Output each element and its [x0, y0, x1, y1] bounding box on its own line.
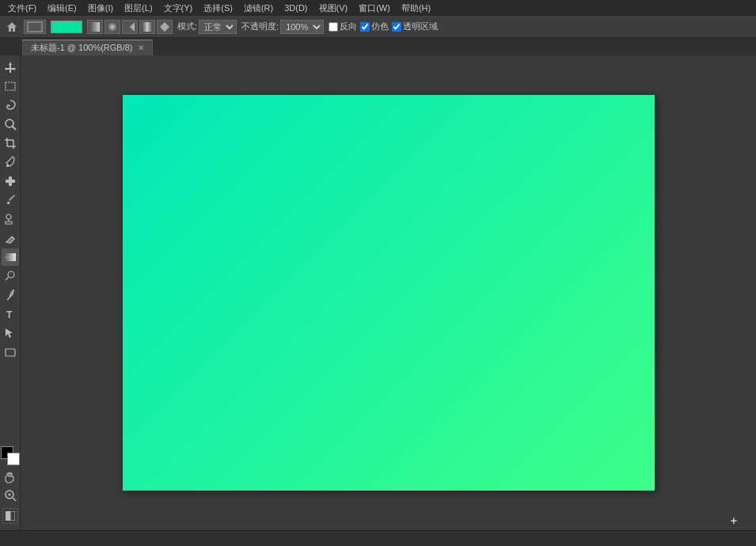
dither-checkbox[interactable] [360, 22, 370, 32]
brush-tool[interactable] [2, 191, 19, 209]
blend-mode-select[interactable]: 正常 [199, 20, 237, 34]
svg-marker-4 [130, 22, 135, 32]
transparency-checkbox[interactable] [392, 22, 401, 32]
svg-line-13 [12, 120, 13, 121]
document-canvas[interactable] [123, 95, 655, 491]
gradient-color-box[interactable] [51, 21, 82, 33]
fg-bg-swatches [1, 446, 20, 465]
svg-rect-5 [142, 22, 152, 32]
left-toolbar: T [0, 55, 21, 530]
menu-bar: 文件(F) 编辑(E) 图像(I) 图层(L) 文字(Y) 选择(S) 滤镜(R… [0, 0, 756, 16]
radial-gradient-btn[interactable] [104, 20, 120, 34]
svg-rect-31 [6, 349, 15, 356]
hand-tool-icon[interactable] [3, 471, 17, 485]
svg-rect-8 [6, 82, 15, 90]
svg-line-33 [13, 498, 16, 501]
eraser-tool[interactable] [2, 229, 19, 247]
menu-view[interactable]: 视图(V) [314, 0, 353, 16]
reflected-gradient-btn[interactable] [139, 20, 155, 34]
svg-marker-7 [5, 62, 16, 73]
dither-label[interactable]: 仿色 [360, 21, 389, 32]
opacity-label: 不透明度: [241, 21, 279, 32]
zoom-tool-icon[interactable] [4, 489, 17, 502]
rectangle-select-tool[interactable] [2, 78, 19, 95]
mode-label: 模式: [177, 21, 197, 32]
menu-file[interactable]: 文件(F) [3, 0, 41, 16]
menu-select[interactable]: 选择(S) [199, 0, 237, 16]
gradient-tool[interactable] [2, 248, 19, 266]
svg-rect-36 [6, 511, 10, 521]
blend-mode-dropdown: 模式: 正常 [177, 20, 237, 34]
svg-marker-0 [7, 22, 17, 32]
canvas-cursor-plus: + [731, 514, 737, 527]
shape-tool[interactable] [2, 343, 19, 361]
stamp-tool[interactable] [2, 210, 19, 228]
opacity-select[interactable]: 100% [280, 20, 324, 34]
menu-window[interactable]: 窗口(W) [354, 0, 395, 16]
svg-marker-6 [160, 22, 169, 32]
menu-text[interactable]: 文字(Y) [159, 0, 198, 16]
pen-tool[interactable] [2, 286, 19, 304]
menu-filter[interactable]: 滤镜(R) [239, 0, 278, 16]
menu-image[interactable]: 图像(I) [83, 0, 118, 16]
shape-type-buttons [87, 20, 173, 34]
status-bar [0, 530, 756, 546]
move-tool[interactable] [2, 59, 19, 76]
svg-rect-3 [108, 22, 117, 32]
home-icon[interactable] [5, 20, 19, 34]
gradient-options: 反向 仿色 透明区域 [329, 21, 438, 32]
canvas-area [21, 55, 756, 530]
opacity-control: 不透明度: 100% [241, 20, 324, 34]
svg-marker-30 [6, 328, 13, 338]
document-tab[interactable]: 未标题-1 @ 100%(RGB/8) ✕ [22, 40, 153, 55]
reverse-checkbox[interactable] [329, 22, 338, 32]
menu-help[interactable]: 帮助(H) [397, 0, 435, 16]
lasso-tool[interactable] [2, 97, 19, 114]
svg-point-18 [6, 165, 9, 167]
color-swatches [1, 446, 20, 524]
angle-gradient-btn[interactable] [122, 20, 138, 34]
diamond-gradient-btn[interactable] [157, 20, 173, 34]
dodge-tool[interactable] [2, 267, 19, 285]
text-tool[interactable]: T [2, 305, 19, 323]
svg-point-25 [8, 271, 14, 278]
transparency-label[interactable]: 透明区域 [392, 21, 438, 32]
tab-bar: 未标题-1 @ 100%(RGB/8) ✕ [0, 38, 756, 55]
menu-edit[interactable]: 编辑(E) [43, 0, 82, 16]
tab-title: 未标题-1 @ 100%(RGB/8) [31, 42, 133, 54]
shape-preview [24, 20, 46, 34]
healing-tool[interactable] [2, 173, 19, 190]
svg-line-27 [7, 298, 9, 300]
reverse-label[interactable]: 反向 [329, 21, 357, 32]
svg-rect-1 [28, 22, 42, 32]
magic-wand-tool[interactable] [2, 116, 19, 133]
quick-mask-btn[interactable] [2, 508, 18, 524]
menu-layer[interactable]: 图层(L) [120, 0, 157, 16]
svg-rect-37 [10, 511, 15, 521]
tab-close-button[interactable]: ✕ [138, 44, 144, 52]
svg-rect-20 [6, 180, 15, 183]
options-bar: 模式: 正常 不透明度: 100% 反向 仿色 透明区域 [0, 16, 756, 38]
svg-text:T: T [6, 309, 13, 320]
path-select-tool[interactable] [2, 324, 19, 342]
crop-tool[interactable] [2, 135, 19, 152]
menu-3d[interactable]: 3D(D) [279, 0, 312, 16]
svg-rect-2 [90, 22, 100, 32]
eyedropper-tool[interactable] [2, 154, 19, 171]
svg-point-28 [13, 290, 14, 291]
svg-point-21 [6, 214, 11, 219]
background-color[interactable] [7, 453, 20, 465]
svg-line-26 [6, 278, 9, 281]
linear-gradient-btn[interactable] [87, 20, 103, 34]
